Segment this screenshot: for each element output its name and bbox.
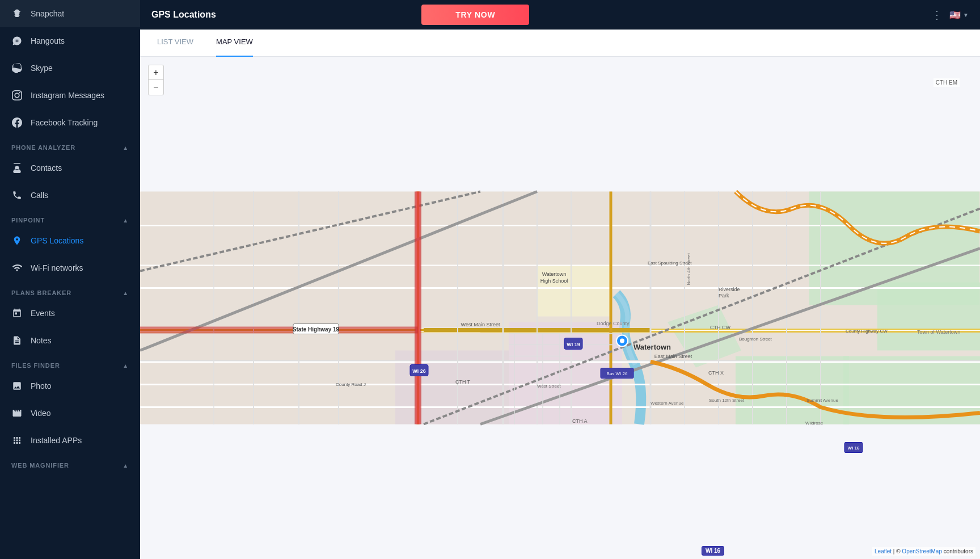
wifi-icon [11,262,23,274]
contacts-icon [11,162,23,174]
instagram-icon [11,90,23,101]
osm-link[interactable]: OpenStreetMap [902,548,942,554]
sidebar-item-notes-label: Notes [31,336,52,345]
section-web-magnifier[interactable]: WEB MAGNIFIER ▲ [0,456,140,472]
section-pinpoint[interactable]: PINPOINT ▲ [0,211,140,227]
map-svg: State Highway 19 West Main Street East M… [140,57,980,559]
svg-text:Watertown: Watertown [633,343,671,351]
language-selector[interactable]: 🇺🇸 ▼ [949,10,969,20]
skype-icon [11,62,23,74]
sidebar-item-hangouts-label: Hangouts [31,36,65,45]
sidebar-item-skype[interactable]: Skype [0,54,140,82]
sidebar: Snapchat Hangouts Skype Instagram Messag… [0,0,140,559]
sidebar-item-photo[interactable]: Photo [0,372,140,400]
svg-text:Watertown: Watertown [542,271,567,277]
try-now-button[interactable]: TRY NOW [421,5,529,25]
zoom-controls: + − [148,65,164,95]
header-right: ⋮ 🇺🇸 ▼ [931,8,969,22]
tab-map-view[interactable]: MAP VIEW [216,30,253,57]
svg-text:WI 19: WI 19 [567,342,580,347]
section-plans-breaker[interactable]: PLANS BREAKER ▲ [0,284,140,300]
svg-text:Summit Avenue: Summit Avenue [806,398,838,403]
sidebar-item-snapchat[interactable]: Snapchat [0,0,140,27]
svg-text:Dodge County: Dodge County [597,321,630,326]
sidebar-item-video-label: Video [31,409,51,418]
events-icon [11,308,23,319]
chevron-plans-breaker: ▲ [122,290,129,296]
sidebar-item-skype-label: Skype [31,64,53,73]
page-title: GPS Locations [151,10,216,20]
svg-rect-46 [416,192,420,424]
sidebar-item-gps-locations[interactable]: GPS Locations [0,227,140,254]
chevron-phone-analyzer: ▲ [122,145,129,151]
svg-text:Park: Park [719,293,729,299]
sidebar-item-calls-label: Calls [31,191,48,200]
calls-icon [11,190,23,201]
sidebar-item-hangouts[interactable]: Hangouts [0,27,140,54]
sidebar-item-facebook-label: Facebook Tracking [31,118,98,127]
svg-text:West Main Street: West Main Street [461,322,500,327]
wi16-badge: WI 16 [702,546,724,556]
tab-list-view[interactable]: LIST VIEW [157,30,193,57]
svg-text:CTH X: CTH X [708,370,724,376]
facebook-icon [11,117,23,128]
svg-text:WI 26: WI 26 [412,368,426,374]
svg-text:High School: High School [540,278,568,284]
zoom-out-button[interactable]: − [149,80,163,95]
header: GPS Locations TRY NOW ⋮ 🇺🇸 ▼ [140,0,980,30]
sidebar-item-wifi[interactable]: Wi-Fi networks [0,254,140,281]
sidebar-item-instagram-label: Instagram Messages [31,91,104,100]
sidebar-item-installed-apps[interactable]: Installed APPs [0,427,140,454]
sidebar-item-events-label: Events [31,309,55,318]
sidebar-item-installed-apps-label: Installed APPs [31,436,82,445]
svg-text:Town of Watertown: Town of Watertown [917,329,960,335]
zoom-in-button[interactable]: + [149,65,163,80]
svg-text:East Main Street: East Main Street [654,354,692,359]
hangouts-icon [11,35,23,47]
chevron-web-magnifier: ▲ [122,463,129,469]
svg-rect-2 [877,283,980,351]
svg-text:State Highway 19: State Highway 19 [293,326,340,333]
chevron-lang: ▼ [963,12,969,18]
section-phone-analyzer[interactable]: PHONE ANALYZER ▲ [0,138,140,154]
svg-text:Wildrose: Wildrose [805,421,823,426]
sidebar-item-instagram[interactable]: Instagram Messages [0,82,140,109]
video-icon [11,407,23,419]
svg-text:CTH CW: CTH CW [710,325,730,330]
chevron-files-finder: ▲ [122,363,129,369]
map-attribution: Leaflet | © OpenStreetMap contributors [872,547,975,556]
sidebar-item-contacts[interactable]: Contacts [0,154,140,182]
sidebar-item-photo-label: Photo [31,381,52,390]
tabs-bar: LIST VIEW MAP VIEW [140,30,980,57]
sidebar-item-gps-label: GPS Locations [31,236,83,245]
svg-text:Bus WI 26: Bus WI 26 [607,371,628,376]
chevron-pinpoint: ▲ [122,217,129,224]
sidebar-item-video[interactable]: Video [0,400,140,427]
section-files-finder[interactable]: FILES FINDER ▲ [0,356,140,372]
svg-text:CTH A: CTH A [572,418,588,424]
sidebar-item-facebook[interactable]: Facebook Tracking [0,109,140,136]
apps-icon [11,435,23,446]
svg-text:East Spaulding Street: East Spaulding Street [648,260,692,266]
svg-text:South 12th Street: South 12th Street [709,398,745,403]
notes-icon [11,335,23,346]
attribution-separator: | © [892,548,902,554]
svg-rect-47 [140,327,418,334]
sidebar-item-events[interactable]: Events [0,300,140,327]
svg-text:County Road J: County Road J [336,382,366,387]
sidebar-item-notes[interactable]: Notes [0,327,140,354]
svg-text:North 4th Street: North 4th Street [686,253,691,285]
attribution-contributors: contributors [942,548,973,554]
us-flag-icon: 🇺🇸 [949,10,961,20]
svg-text:Riverside: Riverside [719,287,740,292]
more-options-icon[interactable]: ⋮ [931,8,943,22]
snapchat-icon [11,8,23,19]
cth-em-label: CTH EM [933,78,960,87]
sidebar-item-calls[interactable]: Calls [0,182,140,209]
svg-point-87 [620,339,624,343]
leaflet-link[interactable]: Leaflet [875,548,892,554]
svg-text:WI 16: WI 16 [848,445,860,451]
map-container[interactable]: State Highway 19 West Main Street East M… [140,57,980,559]
gps-icon [11,235,23,246]
svg-text:Boughton Street: Boughton Street [739,337,772,342]
